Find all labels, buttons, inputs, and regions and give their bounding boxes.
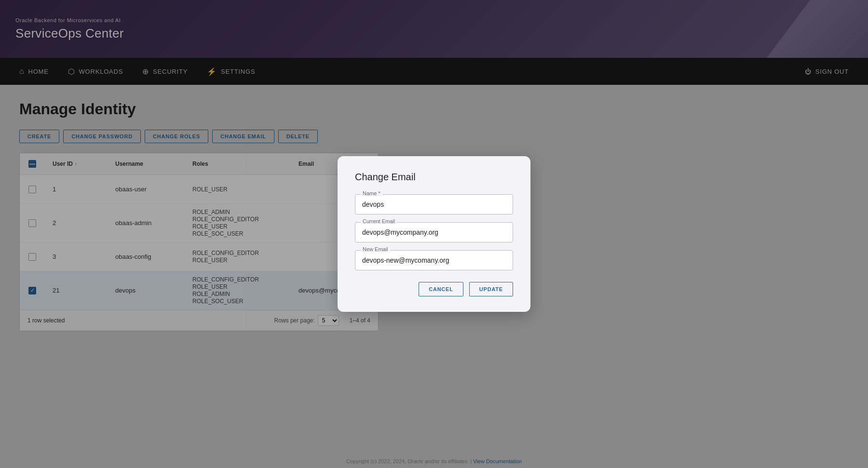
current-email-field-group: Current Email [355, 222, 513, 242]
current-email-label: Current Email [361, 218, 397, 224]
current-email-input[interactable] [355, 222, 513, 242]
change-email-modal: Change Email Name * Current Email New Em… [338, 156, 530, 312]
new-email-field-group: New Email [355, 250, 513, 270]
name-input[interactable] [355, 194, 513, 214]
name-label: Name * [361, 190, 382, 196]
modal-title: Change Email [355, 172, 513, 183]
modal-overlay[interactable]: Change Email Name * Current Email New Em… [0, 0, 868, 468]
new-email-label: New Email [361, 246, 390, 252]
cancel-button[interactable]: CANCEL [419, 282, 463, 296]
name-field-group: Name * [355, 194, 513, 214]
update-button[interactable]: UPDATE [469, 282, 513, 296]
modal-actions: CANCEL UPDATE [355, 282, 513, 296]
new-email-input[interactable] [355, 250, 513, 270]
